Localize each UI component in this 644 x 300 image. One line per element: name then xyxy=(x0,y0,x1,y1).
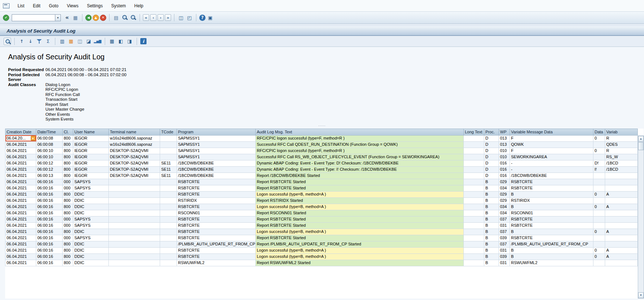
cell-wp[interactable]: 034 xyxy=(499,185,510,191)
cell-var_data[interactable]: RSCONN01 xyxy=(510,210,593,216)
cell-creation_date[interactable]: 06.04.2021 xyxy=(5,241,36,247)
cell-user[interactable]: DDIC xyxy=(73,191,109,197)
cell-cl[interactable]: 800 xyxy=(63,204,73,210)
cell-terminal[interactable]: DESKTOP-S2AQVMI xyxy=(109,166,160,173)
cell-data[interactable] xyxy=(593,185,605,191)
cell-program[interactable]: RSBTCRTE xyxy=(177,204,256,210)
cell-date_time[interactable]: 06:00:10 xyxy=(36,148,63,154)
cell-variab[interactable]: A xyxy=(605,247,638,253)
cell-msg[interactable]: Report RSWUWFML2 Started xyxy=(256,260,464,266)
cell-msg[interactable]: Dynamic ABAP Coding: Event - Event Type:… xyxy=(256,166,464,173)
cell-program[interactable]: RSBTCRTE xyxy=(177,216,256,222)
cell-user[interactable]: IEGOR xyxy=(73,173,109,179)
cell-var_data[interactable]: RSBTCRTE xyxy=(510,179,593,185)
cell-msg[interactable]: RFC/CPIC logon successful (type=F, metho… xyxy=(256,135,464,141)
cell-data[interactable]: 0 xyxy=(593,253,605,260)
cell-terminal[interactable]: w16s24id8606.saponaz xyxy=(109,141,160,148)
cell-long_text[interactable] xyxy=(464,166,484,173)
cell-long_text[interactable] xyxy=(464,148,484,154)
cell-creation_date[interactable]: 06.04.2021 xyxy=(5,204,36,210)
cell-cl[interactable]: 000 xyxy=(63,185,73,191)
vertical-scrollbar[interactable]: ▲ ▼ xyxy=(638,136,644,299)
cell-program[interactable]: RSBTCRTE xyxy=(177,222,256,229)
cell-wp[interactable]: 039 xyxy=(499,253,510,260)
cell-date_time[interactable]: 06:00:13 xyxy=(36,173,63,179)
cell-terminal[interactable]: DESKTOP-S2AQVMI xyxy=(109,154,160,160)
cell-data[interactable]: 0 xyxy=(593,191,605,197)
last-page-icon[interactable]: » xyxy=(165,14,171,21)
cell-data[interactable] xyxy=(593,210,605,216)
menu-item-system[interactable]: System xyxy=(108,2,130,10)
cell-program[interactable]: RSBTCRTE xyxy=(177,253,256,260)
cell-long_text[interactable] xyxy=(464,253,484,260)
table-row[interactable]: 06.04.202106:00:12800IEGORDESKTOP-S2AQVM… xyxy=(5,160,638,166)
cell-proc[interactable]: B xyxy=(484,260,499,266)
cell-var_data[interactable]: /PLMB/R_AUTH_UPDATE_RT_FROM_CP xyxy=(510,241,593,247)
cell-creation_date[interactable]: 06.04.2021 xyxy=(5,229,36,235)
command-input[interactable] xyxy=(12,14,55,21)
cell-data[interactable]: 0 xyxy=(593,247,605,253)
gui-settings-icon[interactable]: ▣ xyxy=(207,14,214,21)
enter-icon[interactable]: ✔ xyxy=(3,15,9,21)
column-header-wp[interactable]: WP xyxy=(499,129,510,135)
grid-view-icon[interactable]: ▦ xyxy=(108,38,116,45)
cell-var_data[interactable]: RSBTCRTE xyxy=(510,185,593,191)
info-icon[interactable]: i xyxy=(140,38,147,44)
cell-data[interactable]: 0 xyxy=(593,148,605,154)
cell-creation_date[interactable]: 06.04.2021 xyxy=(5,197,36,204)
cell-date_time[interactable]: 06:00:16 xyxy=(36,204,63,210)
cell-user[interactable]: IEGOR xyxy=(73,166,109,173)
cell-date_time[interactable]: 06:00:16 xyxy=(36,235,63,241)
cell-variab[interactable]: A xyxy=(605,204,638,210)
cell-var_data[interactable]: F xyxy=(510,148,593,154)
cell-tcode[interactable] xyxy=(160,216,177,222)
cell-proc[interactable]: B xyxy=(484,235,499,241)
cell-terminal[interactable] xyxy=(109,247,160,253)
cell-creation_date[interactable]: 06.04.2021 xyxy=(5,191,36,197)
table-row[interactable]: 06.04.202106:00:12800IEGORDESKTOP-S2AQVM… xyxy=(5,166,638,173)
cell-cl[interactable]: 800 xyxy=(63,210,73,216)
cell-program[interactable]: SAPMSSY1 xyxy=(177,148,256,154)
cell-tcode[interactable] xyxy=(160,141,177,148)
cell-wp[interactable]: 013 xyxy=(499,141,510,148)
cell-msg[interactable]: Report RSBTCRTE Started xyxy=(256,216,464,222)
column-header-creation_date[interactable]: Creation Date xyxy=(5,129,36,135)
cell-user[interactable]: IEGOR xyxy=(73,148,109,154)
cell-terminal[interactable] xyxy=(109,235,160,241)
menu-item-list[interactable]: List xyxy=(14,2,28,10)
cell-long_text[interactable] xyxy=(464,235,484,241)
column-header-terminal[interactable]: Terminal name xyxy=(109,129,160,135)
cell-msg[interactable]: Report RSBTCRTE Started xyxy=(256,222,464,229)
cell-program[interactable]: /1BCDWB/DBEKBE xyxy=(177,166,256,173)
cell-proc[interactable]: D xyxy=(484,148,499,154)
cell-terminal[interactable]: DESKTOP-S2AQVMI xyxy=(109,160,160,166)
cell-var_data[interactable]: RSBTCRTE xyxy=(510,222,593,229)
cell-variab[interactable]: A xyxy=(605,229,638,235)
cell-data[interactable] xyxy=(593,216,605,222)
cell-msg[interactable]: Report RSBTCRTE Started xyxy=(256,235,464,241)
table-row[interactable]: 06.04.202106:00:16800DDICRSWUWFML2Report… xyxy=(5,260,638,266)
cell-wp[interactable]: 016 xyxy=(499,160,510,166)
cell-wp[interactable]: 013 xyxy=(499,135,510,141)
cell-data[interactable]: I! xyxy=(593,166,605,173)
sort-ascending-icon[interactable]: ↑ xyxy=(18,38,25,45)
cell-creation_date[interactable]: 06.04.2021 xyxy=(5,160,36,166)
find-icon[interactable] xyxy=(121,14,128,21)
table-row[interactable]: 06.04.20...▸06:00:08800IEGORw16s24id8606… xyxy=(5,135,638,141)
back-icon[interactable]: ◀ xyxy=(85,15,92,21)
cell-variab[interactable]: /1BCD xyxy=(605,166,638,173)
cell-data[interactable] xyxy=(593,197,605,204)
cell-cl[interactable]: 800 xyxy=(63,191,73,197)
cell-tcode[interactable] xyxy=(160,179,177,185)
previous-page-icon[interactable]: ‹ xyxy=(150,14,156,21)
cell-proc[interactable]: B xyxy=(484,222,499,229)
cell-var_data[interactable]: RSTIRIDX xyxy=(510,197,593,204)
cell-terminal[interactable] xyxy=(109,222,160,229)
column-header-data[interactable]: Data xyxy=(593,129,605,135)
cell-var_data[interactable]: - xyxy=(510,166,593,173)
cell-long_text[interactable] xyxy=(464,160,484,166)
cell-proc[interactable]: B xyxy=(484,216,499,222)
cell-long_text[interactable] xyxy=(464,154,484,160)
cell-var_data[interactable]: RSBTCRTE xyxy=(510,216,593,222)
cell-long_text[interactable] xyxy=(464,210,484,216)
